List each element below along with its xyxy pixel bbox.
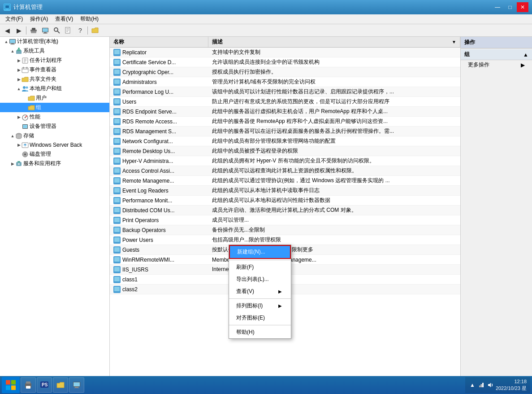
ctx-refresh[interactable]: 刷新(F) bbox=[229, 261, 291, 273]
tree-perf-arrow: ▶ bbox=[16, 114, 22, 120]
group-icon bbox=[113, 69, 121, 76]
monitor-button[interactable] bbox=[40, 26, 51, 35]
toolbar: ◀ ▶ ? bbox=[0, 24, 532, 37]
list-item[interactable]: Network Configurat... 此组中的成员有部分管理权限来管理网络… bbox=[110, 136, 460, 146]
svg-text:PS: PS bbox=[42, 382, 48, 387]
tray-volume-icon[interactable] bbox=[487, 381, 494, 389]
start-button[interactable] bbox=[2, 377, 20, 393]
list-item[interactable]: Administrators 管理员对计算机/域有不受限制的完全访问权 bbox=[110, 77, 460, 87]
list-item[interactable]: Event Log Readers 此组的成员可以从本地计算机中读取事件日志 bbox=[110, 186, 460, 196]
svg-point-22 bbox=[18, 48, 20, 49]
tree-system-tools-label: 系统工具 bbox=[23, 47, 45, 55]
group-icon bbox=[113, 187, 121, 194]
list-item[interactable]: Performance Monit... 此组的成员可以从本地和远程访问性能计数… bbox=[110, 196, 460, 206]
list-item[interactable]: Replicator 支持域中的文件复制 bbox=[110, 48, 460, 57]
ctx-help[interactable]: 帮助(H) bbox=[229, 326, 291, 338]
tree-root[interactable]: ▲ 计算机管理(本地) bbox=[0, 37, 109, 46]
svg-point-35 bbox=[25, 117, 26, 118]
taskbar-app-printer[interactable] bbox=[21, 377, 36, 393]
export-button[interactable] bbox=[63, 26, 74, 35]
tree-task-scheduler[interactable]: ▶ 任务计划程序 bbox=[0, 56, 109, 65]
group-icon bbox=[113, 207, 121, 214]
list-item[interactable]: Remote Manageme... 此组的成员可以通过管理协议(例如，通过 W… bbox=[110, 176, 460, 186]
list-item[interactable]: RDS Endpoint Serve... 此组中的服务器运行虚拟机和主机会话，… bbox=[110, 107, 460, 117]
menu-view[interactable]: 查看(V) bbox=[52, 14, 77, 24]
taskbar-app-computer[interactable] bbox=[69, 377, 84, 393]
group-icon bbox=[113, 128, 121, 135]
forward-button[interactable]: ▶ bbox=[13, 26, 24, 35]
window-title: 计算机管理 bbox=[13, 3, 43, 11]
tree-users-folder[interactable]: ▶ 用户 bbox=[0, 93, 109, 103]
list-item[interactable]: Access Control Assi... 此组的成员可以远程查询此计算机上资… bbox=[110, 166, 460, 176]
list-item[interactable]: Hyper-V Administra... 此组的成员拥有对 Hyper-V 所… bbox=[110, 156, 460, 166]
performance-icon bbox=[22, 114, 29, 121]
toolbar-sep-1 bbox=[26, 26, 26, 35]
list-item[interactable]: Print Operators 成员可以管理... bbox=[110, 215, 460, 225]
tree-system-tools[interactable]: ▲ 系统工具 bbox=[0, 46, 109, 56]
ctx-export[interactable]: 导出列表(L)... bbox=[229, 273, 291, 285]
ctx-arrange-icons[interactable]: 排列图标(I) ▶ bbox=[229, 300, 291, 312]
tree-shared-label: 共享文件夹 bbox=[30, 75, 56, 83]
list-item[interactable]: Backup Operators 备份操作员无...全限制 bbox=[110, 225, 460, 235]
search-button[interactable] bbox=[52, 26, 62, 35]
taskbar-app-files[interactable] bbox=[53, 377, 68, 393]
ctx-export-label: 导出列表(L)... bbox=[236, 276, 269, 283]
tray-network-icon[interactable] bbox=[478, 381, 485, 389]
svg-point-10 bbox=[54, 28, 58, 31]
taskbar-app-powershell[interactable]: PS bbox=[37, 377, 52, 393]
user-folder-icon bbox=[28, 95, 35, 102]
ctx-view[interactable]: 查看(V) ▶ bbox=[229, 285, 291, 298]
svg-rect-37 bbox=[23, 125, 27, 128]
tree-device-manager[interactable]: ▶ 设备管理器 bbox=[0, 122, 109, 131]
svg-point-45 bbox=[18, 163, 20, 165]
tree-performance[interactable]: ▶ 性能 bbox=[0, 112, 109, 122]
menu-action[interactable]: 操作(A) bbox=[26, 14, 52, 24]
tray-expand[interactable]: ▲ bbox=[469, 381, 476, 389]
tree-local-users[interactable]: ▲ 本地用户和组 bbox=[0, 84, 109, 93]
tree-shared-folders[interactable]: ▶ 共享文件夹 bbox=[0, 74, 109, 84]
list-item[interactable]: Cryptographic Oper... 授权成员执行行加密操作。 bbox=[110, 67, 460, 77]
list-item[interactable]: RDS Remote Access... 此组中的服务器使 RemoteApp … bbox=[110, 117, 460, 127]
tree-services[interactable]: ▶ 服务和应用程序 bbox=[0, 159, 109, 168]
up-button[interactable] bbox=[28, 26, 39, 35]
folder-button[interactable] bbox=[90, 26, 100, 35]
tree-services-label: 服务和应用程序 bbox=[23, 160, 61, 167]
col-header-name[interactable]: 名称 bbox=[110, 37, 208, 47]
menu-bar: 文件(F) 操作(A) 查看(V) 帮助(H) bbox=[0, 14, 532, 24]
ctx-align-icons[interactable]: 对齐图标(E) bbox=[229, 312, 291, 324]
tree-windows-backup[interactable]: ▶ Windows Server Back bbox=[0, 140, 109, 149]
tree-groups-folder[interactable]: ▶ 组 bbox=[0, 103, 109, 112]
menu-help[interactable]: 帮助(H) bbox=[77, 14, 102, 24]
col-header-desc[interactable]: 描述 ▼ bbox=[208, 37, 460, 47]
back-button[interactable]: ◀ bbox=[2, 26, 13, 35]
svg-point-31 bbox=[23, 86, 26, 89]
svg-rect-47 bbox=[11, 380, 16, 385]
list-item[interactable]: Distributed COM Us... 成员允许启动、激活和使用此计算机上的… bbox=[110, 206, 460, 215]
svg-rect-1 bbox=[5, 5, 9, 8]
close-button[interactable]: ✕ bbox=[517, 2, 528, 12]
right-panel-arrow: ▲ bbox=[523, 52, 528, 58]
tree-storage-label: 存储 bbox=[23, 132, 34, 140]
list-item[interactable]: Remote Desktop Us... 此组中的成员被授予远程登录的权限 bbox=[110, 146, 460, 156]
list-item[interactable]: Power Users 包括高级用户...限的管理权限 bbox=[110, 235, 460, 245]
minimize-button[interactable]: — bbox=[492, 2, 503, 12]
tree-event-label: 事件查看器 bbox=[30, 66, 56, 74]
tree-disk-management[interactable]: ▶ 磁盘管理 bbox=[0, 149, 109, 159]
group-icon bbox=[113, 246, 121, 254]
ctx-new-group[interactable]: 新建组(N)... bbox=[229, 245, 291, 259]
tree-event-viewer[interactable]: ▶ 事件查看器 bbox=[0, 65, 109, 74]
svg-rect-56 bbox=[74, 382, 80, 386]
list-item[interactable]: Certificate Service D... 允许该组的成员连接到企业中的证… bbox=[110, 57, 460, 67]
svg-point-42 bbox=[25, 154, 26, 155]
list-item[interactable]: Users 防止用户进行有意或无意的系统范围的更改，但是可以运行大部分应用程序 bbox=[110, 97, 460, 107]
more-actions-button[interactable]: 更多操作 ▶ bbox=[461, 60, 532, 70]
group-icon bbox=[113, 88, 121, 96]
menu-file[interactable]: 文件(F) bbox=[2, 14, 26, 24]
taskbar-clock[interactable]: 12:18 2022/10/23 星 bbox=[496, 378, 527, 392]
list-item[interactable]: RDS Management S... 此组中的服务器可以在运行远程桌面服务的服… bbox=[110, 127, 460, 136]
list-item[interactable]: Performance Log U... 该组中的成员可以计划进行性能计数器日志… bbox=[110, 87, 460, 97]
help-toolbar-button[interactable]: ? bbox=[75, 26, 86, 35]
maximize-button[interactable]: □ bbox=[504, 2, 516, 12]
tree-storage[interactable]: ▲ 存储 bbox=[0, 131, 109, 140]
svg-rect-30 bbox=[26, 67, 27, 69]
